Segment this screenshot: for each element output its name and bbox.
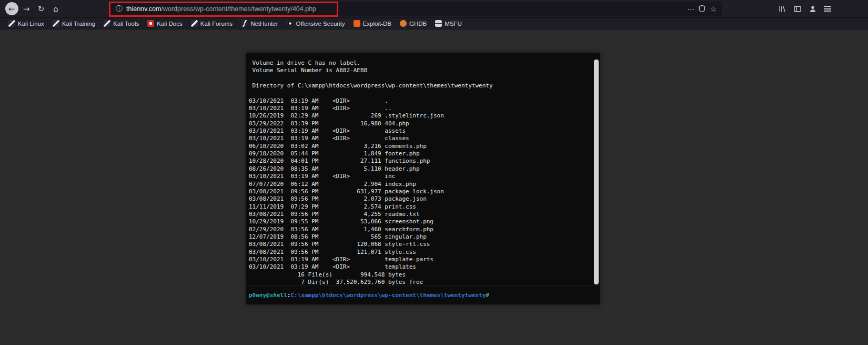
- bookmark-kali-tools[interactable]: Kali Tools: [99, 18, 143, 29]
- shell-prompt-line: p0wny@shell:C:\xampp\htdocs\wordpress\wp…: [246, 285, 600, 304]
- forward-button[interactable]: →: [19, 2, 34, 16]
- bookmark-label: Kali Docs: [157, 21, 183, 27]
- reload-button[interactable]: ↻: [34, 2, 48, 16]
- back-arrow-icon: ←: [5, 2, 18, 15]
- kali-forums-icon: [191, 20, 198, 27]
- bookmark-label: Offensive Security: [296, 21, 345, 27]
- shell-command-input[interactable]: [491, 292, 598, 299]
- msfu-icon: [435, 20, 442, 27]
- toolbar-right-cluster: [778, 0, 831, 17]
- bookmark-exploit-db[interactable]: Exploit-DB: [349, 18, 396, 29]
- kali-training-icon: [53, 20, 59, 27]
- kali-docs-icon: [147, 20, 154, 27]
- bookmark-label: Kali Linux: [18, 21, 44, 27]
- prompt-cwd: C:\xampp\htdocs\wordpress\wp-content\the…: [290, 292, 486, 299]
- page-content: Volume in drive C has no label. Volume S…: [0, 30, 868, 345]
- prompt-user: p0wny@shell: [249, 292, 287, 299]
- bookmark-kali-forums[interactable]: Kali Forums: [187, 18, 237, 29]
- bookmark-label: NetHunter: [250, 21, 278, 27]
- page-actions-icon[interactable]: ⋯: [687, 5, 694, 13]
- bookmark-ghdb[interactable]: GHDB: [396, 18, 431, 29]
- bookmark-msfu[interactable]: MSFU: [431, 18, 466, 29]
- bookmarks-bar: Kali Linux Kali Training Kali Tools Kali…: [0, 17, 868, 29]
- url-domain: thiennv.com: [126, 5, 161, 13]
- bookmark-label: MSFU: [445, 21, 462, 27]
- prompt-symbol: #: [486, 292, 489, 299]
- webshell-panel: Volume in drive C has no label. Volume S…: [246, 53, 600, 304]
- shell-output: Volume in drive C has no label. Volume S…: [249, 60, 592, 285]
- bookmark-label: Kali Forums: [200, 21, 233, 27]
- shell-scrollbar[interactable]: [593, 53, 599, 285]
- bookmark-kali-docs[interactable]: Kali Docs: [143, 18, 187, 29]
- bookmark-label: Kali Training: [62, 21, 95, 27]
- library-icon[interactable]: [778, 5, 786, 13]
- prompt-separator: :: [287, 292, 291, 299]
- kali-linux-icon: [8, 20, 15, 27]
- bookmark-nethunter[interactable]: NetHunter: [237, 18, 282, 29]
- back-button[interactable]: ←: [4, 2, 19, 16]
- ghdb-icon: [400, 20, 407, 27]
- bookmark-star-icon[interactable]: ☆: [710, 5, 716, 13]
- bookmark-kali-training[interactable]: Kali Training: [48, 18, 99, 29]
- kali-tools-icon: [104, 20, 110, 27]
- offensive-security-icon: [287, 20, 294, 27]
- shell-output-area: Volume in drive C has no label. Volume S…: [246, 53, 600, 285]
- home-button[interactable]: ⌂: [48, 2, 63, 16]
- url-input[interactable]: thiennv.com/wordpress/wp-content/themes/…: [126, 5, 316, 13]
- tracking-protection-shield-icon[interactable]: [698, 5, 706, 13]
- bookmark-offensive-security[interactable]: Offensive Security: [282, 18, 349, 29]
- bookmark-label: Kali Tools: [113, 21, 139, 27]
- url-path: /wordpress/wp-content/themes/twentytwent…: [161, 5, 316, 13]
- address-bar[interactable]: ⓘ thiennv.com/wordpress/wp-content/theme…: [110, 2, 722, 16]
- site-info-icon[interactable]: ⓘ: [116, 4, 123, 14]
- account-icon[interactable]: [809, 5, 817, 13]
- exploit-db-icon: [354, 20, 360, 27]
- nethunter-icon: [241, 20, 248, 27]
- bookmark-label: GHDB: [409, 21, 427, 27]
- browser-toolbar: ← → ↻ ⌂ ⓘ thiennv.com/wordpress/wp-conte…: [0, 0, 868, 17]
- scrollbar-thumb[interactable]: [594, 60, 599, 284]
- sidebar-toggle-icon[interactable]: [793, 5, 802, 13]
- bookmark-label: Exploit-DB: [363, 21, 391, 27]
- menu-hamburger-icon[interactable]: [824, 6, 831, 12]
- bookmark-kali-linux[interactable]: Kali Linux: [4, 18, 48, 29]
